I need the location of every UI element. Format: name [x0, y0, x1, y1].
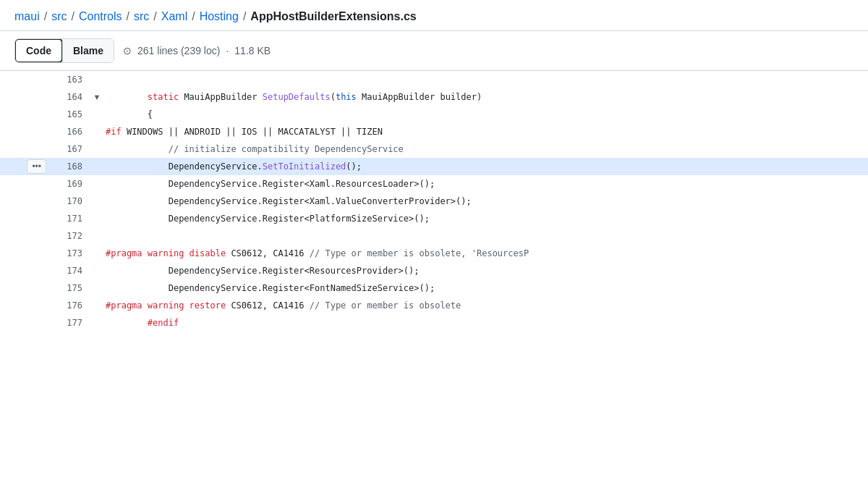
table-row: 169 DependencyService.Register<Xaml.Reso… — [0, 175, 868, 193]
table-row: 165 { — [0, 106, 868, 123]
line-number-175[interactable]: 175 — [52, 282, 88, 295]
line-number-169[interactable]: 169 — [52, 177, 88, 190]
breadcrumb-maui[interactable]: maui — [14, 10, 40, 23]
breadcrumb-controls[interactable]: Controls — [79, 10, 122, 23]
table-row: 166 #if WINDOWS || ANDROID || IOS || MAC… — [0, 123, 868, 140]
line-number-167[interactable]: 167 — [52, 143, 88, 156]
code-content-174: DependencyService.Register<ResourcesProv… — [106, 262, 868, 279]
code-content-164: static MauiAppBuilder SetupDefaults(this… — [106, 88, 868, 106]
code-content-170: DependencyService.Register<Xaml.ValueCon… — [106, 193, 868, 210]
breadcrumb-sep-5: / — [192, 10, 195, 23]
table-row: 174 DependencyService.Register<Resources… — [0, 262, 868, 279]
line-number-165[interactable]: 165 — [52, 108, 88, 121]
table-row: 176 #pragma warning restore CS0612, CA14… — [0, 297, 868, 314]
comment-173: // Type or member is obsolete, 'Resource… — [310, 248, 529, 258]
code-content-177: #endif — [106, 314, 868, 332]
line-number-166[interactable]: 166 — [52, 125, 88, 138]
table-row: 164 ▼ static MauiAppBuilder SetupDefault… — [0, 88, 868, 106]
breadcrumb-xaml[interactable]: Xaml — [161, 10, 187, 23]
line-number-164[interactable]: 164 — [52, 90, 88, 104]
breadcrumb-sep-4: / — [153, 10, 156, 23]
table-row: 171 DependencyService.Register<PlatformS… — [0, 210, 868, 227]
comment-176: // Type or member is obsolete — [310, 300, 461, 311]
line-number-173[interactable]: 173 — [52, 247, 88, 260]
code-content-171: DependencyService.Register<PlatformSizeS… — [106, 210, 868, 227]
code-content-175: DependencyService.Register<FontNamedSize… — [106, 279, 868, 297]
code-view: 163 164 ▼ static MauiAppBuilder SetupDef… — [0, 71, 868, 332]
table-row: 170 DependencyService.Register<Xaml.Valu… — [0, 193, 868, 210]
code-content-168: DependencyService.SetToInitialized(); — [106, 158, 868, 175]
code-content-167: // initialize compatibility DependencySe… — [106, 140, 868, 158]
shield-icon: ⊙ — [123, 45, 132, 56]
method-name: SetupDefaults — [263, 92, 331, 102]
table-row: 163 — [0, 71, 868, 88]
breadcrumb-header: maui / src / Controls / src / Xaml / Hos… — [0, 0, 868, 31]
breadcrumb-sep-1: / — [44, 10, 47, 23]
breadcrumb-current: AppHostBuilderExtensions.cs — [250, 10, 416, 23]
table-row: ••• 168 DependencyService.SetToInitializ… — [0, 158, 868, 175]
breadcrumb-sep-2: / — [71, 10, 74, 23]
line-number-176[interactable]: 176 — [52, 299, 88, 312]
lines-info: 261 lines (239 loc) — [137, 45, 220, 56]
comment-167: // initialize compatibility DependencySe… — [106, 144, 404, 154]
file-info: ⊙ 261 lines (239 loc) · 11.8 KB — [123, 45, 271, 56]
breadcrumb-sep-6: / — [243, 10, 246, 23]
blame-tab-button[interactable]: Blame — [63, 39, 114, 62]
breadcrumb: maui / src / Controls / src / Xaml / Hos… — [14, 10, 854, 23]
breadcrumb-sep-3: / — [127, 10, 129, 23]
code-content-163 — [106, 71, 868, 88]
code-content-173: #pragma warning disable CS0612, CA1416 /… — [106, 245, 868, 262]
line-number-170[interactable]: 170 — [52, 195, 88, 208]
table-row: 175 DependencyService.Register<FontNamed… — [0, 279, 868, 297]
breadcrumb-hosting[interactable]: Hosting — [200, 10, 239, 23]
line-number-177[interactable]: 177 — [52, 316, 88, 329]
code-content-165: { — [106, 106, 868, 123]
ellipsis-button[interactable]: ••• — [27, 159, 46, 174]
line-number-174[interactable]: 174 — [52, 264, 88, 277]
expand-164[interactable]: ▼ — [88, 93, 106, 101]
line-number-168[interactable]: 168 — [52, 160, 88, 173]
table-row: 167 // initialize compatibility Dependen… — [0, 140, 868, 158]
preprocessor-pragma-disable: #pragma warning disable — [106, 248, 226, 258]
file-toolbar: Code Blame ⊙ 261 lines (239 loc) · 11.8 … — [0, 31, 868, 71]
dot-separator: · — [226, 45, 229, 56]
code-content-172 — [106, 227, 868, 245]
view-toggle-group: Code Blame — [14, 38, 114, 63]
keyword-static: static — [148, 92, 179, 102]
code-tab-button[interactable]: Code — [14, 38, 63, 63]
table-row: 172 — [0, 227, 868, 245]
table-row: 173 #pragma warning disable CS0612, CA14… — [0, 245, 868, 262]
table-row: 177 #endif — [0, 314, 868, 332]
code-content-166: #if WINDOWS || ANDROID || IOS || MACCATA… — [106, 123, 868, 140]
code-content-176: #pragma warning restore CS0612, CA1416 /… — [106, 297, 868, 314]
preprocessor-if: #if — [106, 127, 122, 137]
preprocessor-pragma-restore: #pragma warning restore — [106, 300, 226, 311]
gutter-left-168: ••• — [0, 159, 52, 174]
line-number-171[interactable]: 171 — [52, 212, 88, 225]
size-info: 11.8 KB — [234, 45, 271, 56]
line-number-172[interactable]: 172 — [52, 229, 88, 243]
breadcrumb-src2[interactable]: src — [134, 10, 149, 23]
method-settoinitialized: SetToInitialized — [263, 161, 346, 172]
code-content-169: DependencyService.Register<Xaml.Resource… — [106, 175, 868, 193]
keyword-this: this — [336, 92, 357, 102]
breadcrumb-src1[interactable]: src — [51, 10, 67, 23]
preprocessor-endif: #endif — [148, 318, 179, 328]
line-number-163[interactable]: 163 — [52, 73, 88, 86]
